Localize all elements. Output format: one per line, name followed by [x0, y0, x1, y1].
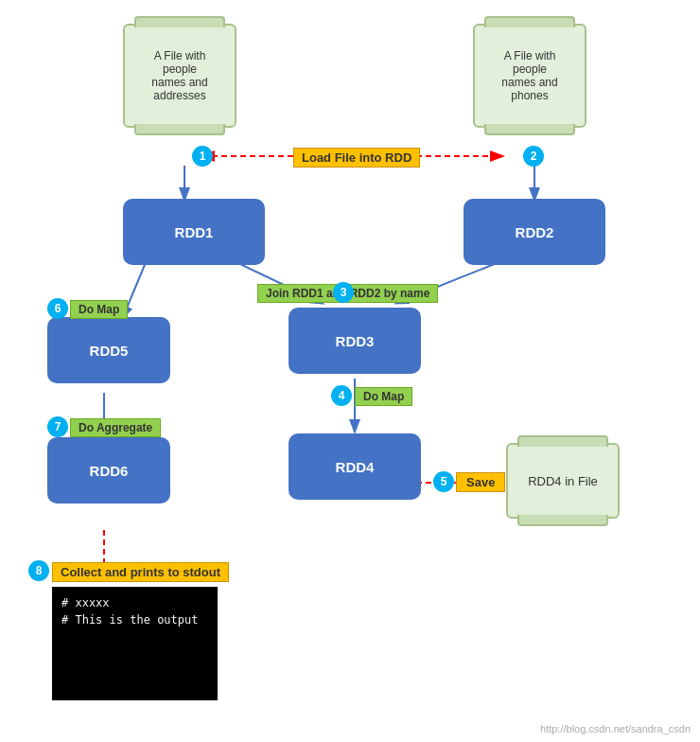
- save-label: Save: [456, 472, 505, 492]
- step8-circle: 8: [28, 560, 49, 581]
- file2-box: A File with people names and phones: [473, 24, 586, 128]
- domap1-label: Do Map: [70, 300, 128, 319]
- rdd4-box: RDD4: [289, 433, 421, 500]
- output-line1: # xxxxx: [61, 596, 208, 610]
- output-line2: # This is the output: [61, 613, 208, 627]
- file2-label: A File with people names and phones: [501, 49, 557, 102]
- rdd3-box: RDD3: [289, 308, 421, 374]
- rdd2-box: RDD2: [464, 199, 605, 265]
- rdd6-box: RDD6: [47, 437, 170, 504]
- step3-circle: 3: [333, 282, 354, 303]
- step5-circle: 5: [433, 471, 454, 492]
- doaggregate-label: Do Aggregate: [70, 418, 161, 437]
- file1-box: A File with people names and addresses: [123, 24, 236, 128]
- step4-circle: 4: [331, 385, 352, 406]
- watermark: http://blog.csdn.net/sandra_csdn: [540, 723, 691, 734]
- step2-circle: 2: [523, 146, 544, 167]
- output-box: # xxxxx # This is the output: [52, 587, 218, 700]
- load-file-label: Load File into RDD: [293, 148, 420, 168]
- step7-circle: 7: [47, 416, 68, 437]
- rdd4file-box: RDD4 in File: [506, 443, 620, 519]
- domap2-label: Do Map: [355, 387, 412, 406]
- file1-label: A File with people names and addresses: [151, 49, 207, 102]
- rdd1-box: RDD1: [123, 199, 265, 265]
- rdd5-box: RDD5: [47, 317, 170, 383]
- collect-label: Collect and prints to stdout: [52, 562, 229, 582]
- step1-circle: 1: [192, 146, 213, 167]
- diagram: A File with people names and addresses A…: [0, 0, 700, 742]
- rdd4file-label: RDD4 in File: [528, 474, 598, 488]
- step6-circle: 6: [47, 298, 68, 319]
